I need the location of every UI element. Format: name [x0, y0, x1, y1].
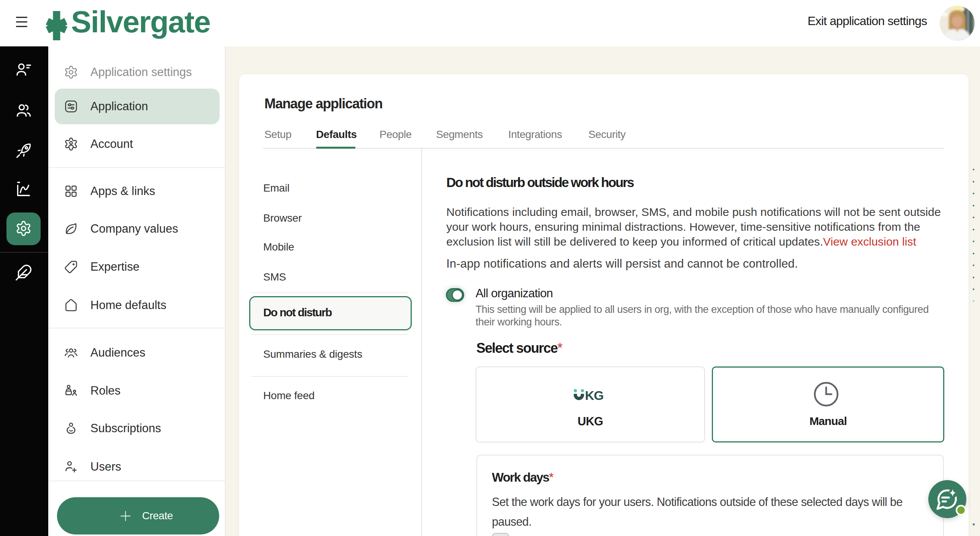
svg-text:KG: KG: [585, 388, 604, 402]
